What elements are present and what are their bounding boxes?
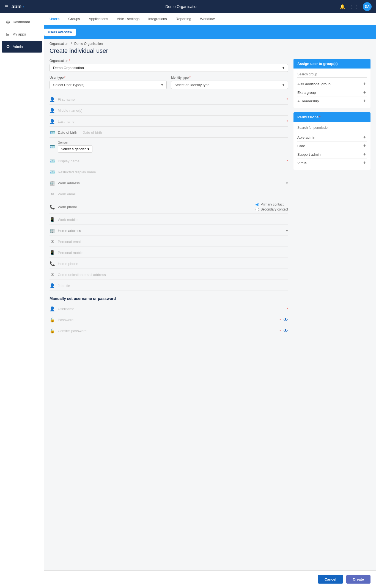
add-group-1-button[interactable]: + (363, 90, 367, 95)
personal-mobile-icon: 📱 (50, 250, 55, 255)
org-label: Organisation* (50, 59, 288, 63)
users-overview-button[interactable]: Users overview (44, 29, 76, 36)
permission-item-3: Virtual + (297, 159, 367, 167)
nav-reporting[interactable]: Reporting (175, 13, 192, 25)
last-name-required: * (287, 119, 288, 124)
person-icon-last: 👤 (50, 119, 55, 124)
personal-mobile-input[interactable] (58, 251, 288, 255)
secondary-nav: Users Groups Applications Able+ settings… (44, 13, 376, 25)
page-title: Create individual user (50, 47, 370, 54)
secondary-contact-label[interactable]: Secondary contact (256, 207, 288, 211)
work-email-icon: ✉ (50, 192, 55, 197)
sidebar-item-myapps[interactable]: ⊞ My apps (2, 28, 42, 40)
comm-email-input[interactable] (58, 273, 288, 277)
confirm-password-required: * (279, 329, 281, 333)
confirm-eye-icon[interactable]: 👁 (284, 329, 288, 333)
dob-input[interactable] (83, 130, 288, 135)
first-name-input[interactable] (58, 97, 283, 102)
user-type-select[interactable]: Select User Type(s) ▾ (50, 81, 167, 89)
dob-label: Date of birth (58, 130, 80, 135)
gender-select[interactable]: Select a gender ▾ (58, 145, 92, 153)
hamburger-icon[interactable]: ☰ (4, 4, 8, 9)
permission-name-2: Support admin (297, 152, 321, 157)
group-name-1: Extra group (297, 91, 316, 95)
nav-able-settings[interactable]: Able+ settings (116, 13, 141, 25)
permissions-panel-header: Permissions* (293, 112, 370, 122)
sidebar-item-dashboard[interactable]: ◎ Dashboard (2, 16, 42, 28)
home-phone-field: 📞 (50, 259, 288, 269)
restricted-display-name-input[interactable] (58, 170, 288, 174)
group-item-0: AB3 additional group + (297, 80, 367, 88)
password-input[interactable] (58, 318, 276, 322)
cancel-button[interactable]: Cancel (318, 575, 343, 584)
comm-email-icon: ✉ (50, 272, 55, 277)
user-type-field: User type* Select User Type(s) ▾ (50, 76, 167, 89)
avatar[interactable]: DA (363, 2, 372, 11)
top-nav: ☰ able+ Demo Organisation 🔔 ⋮⋮ DA (0, 0, 376, 13)
work-phone-row: 📞 Primary contact Secondary contact (50, 200, 288, 214)
work-address-chevron[interactable]: ▾ (286, 181, 288, 185)
create-button[interactable]: Create (346, 575, 370, 584)
nav-users[interactable]: Users (48, 13, 61, 25)
display-name-input[interactable] (58, 159, 283, 163)
identity-type-field: Identity type* Select an identity type ▾ (171, 76, 288, 89)
grid-icon[interactable]: ⋮⋮ (350, 4, 358, 9)
middle-name-field: 👤 (50, 106, 288, 116)
confirm-password-input[interactable] (58, 329, 276, 333)
sidebar-item-label-dashboard: Dashboard (13, 20, 30, 24)
add-group-0-button[interactable]: + (363, 81, 367, 86)
nav-applications[interactable]: Applications (88, 13, 109, 25)
work-address-icon: 🏢 (50, 180, 55, 186)
add-permission-3-button[interactable]: + (363, 160, 367, 165)
permissions-panel: Permissions* Able admin + Core + (293, 112, 370, 170)
home-address-input[interactable] (58, 229, 113, 233)
search-group-input[interactable] (297, 71, 367, 78)
add-permission-1-button[interactable]: + (363, 143, 367, 148)
last-name-input[interactable] (58, 119, 283, 124)
breadcrumb-org[interactable]: Organisation (50, 42, 68, 46)
admin-icon: ⚙ (6, 44, 10, 49)
personal-email-input[interactable] (58, 240, 288, 244)
permissions-panel-body: Able admin + Core + Support admin + (293, 122, 370, 170)
add-permission-0-button[interactable]: + (363, 135, 367, 140)
add-permission-2-button[interactable]: + (363, 152, 367, 157)
work-phone-input[interactable] (58, 205, 104, 209)
breadcrumb-sep: / (71, 42, 72, 46)
middle-name-input[interactable] (58, 108, 288, 113)
primary-contact-label[interactable]: Primary contact (256, 203, 288, 206)
password-eye-icon[interactable]: 👁 (284, 318, 288, 322)
sidebar-item-admin[interactable]: ⚙ Admin (2, 41, 42, 53)
permission-name-1: Core (297, 144, 305, 148)
org-select[interactable]: Demo Organisation ▾ (50, 64, 288, 72)
group-name-0: AB3 additional group (297, 82, 331, 86)
work-email-input[interactable] (58, 192, 288, 196)
groups-panel-body: AB3 additional group + Extra group + All… (293, 69, 370, 108)
bell-icon[interactable]: 🔔 (340, 4, 345, 9)
work-mobile-input[interactable] (58, 218, 288, 222)
content-area: Organisation / Demo Organisation Create … (44, 39, 376, 365)
nav-groups[interactable]: Groups (67, 13, 81, 25)
calendar-icon: 🪪 (50, 130, 55, 135)
form-main: Organisation* Demo Organisation ▾ User t… (50, 59, 288, 354)
primary-contact-radio[interactable] (256, 203, 259, 206)
home-address-field: 🏢 ▾ (50, 226, 288, 236)
form-side: Assign user to group(s) AB3 additional g… (293, 59, 370, 174)
display-name-required: * (287, 159, 288, 163)
home-address-chevron[interactable]: ▾ (286, 229, 288, 233)
secondary-contact-radio[interactable] (256, 208, 259, 211)
identity-type-select[interactable]: Select an identity type ▾ (171, 81, 288, 89)
password-required: * (279, 318, 281, 322)
group-item-2: All leadership + (297, 97, 367, 105)
search-permission-input[interactable] (297, 125, 367, 131)
job-title-icon: 👤 (50, 283, 55, 288)
work-address-input[interactable] (58, 181, 113, 185)
nav-integrations[interactable]: Integrations (147, 13, 168, 25)
add-group-2-button[interactable]: + (363, 99, 367, 103)
org-select-value: Demo Organisation (53, 66, 84, 70)
user-type-label: User type* (50, 76, 167, 80)
username-input[interactable] (58, 307, 283, 311)
home-phone-input[interactable] (58, 262, 288, 266)
work-phone-icon: 📞 (50, 204, 55, 210)
nav-workflow[interactable]: Workflow (199, 13, 216, 25)
job-title-input[interactable] (58, 284, 288, 288)
